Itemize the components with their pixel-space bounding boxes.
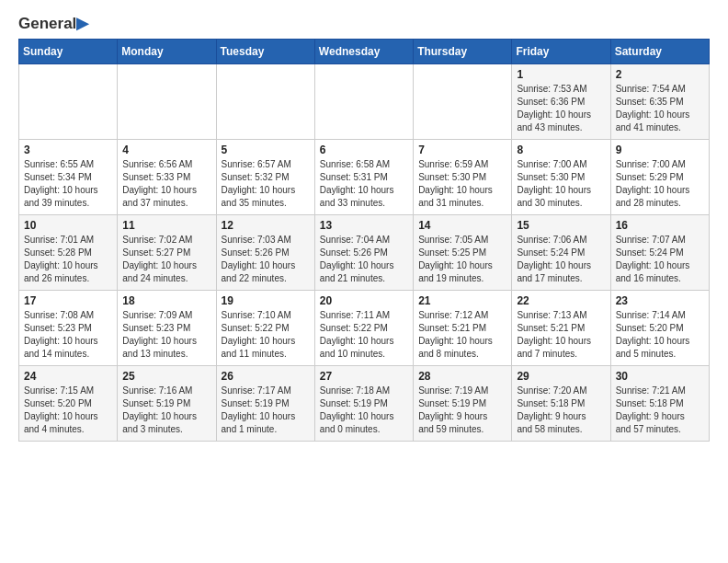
weekday-header: Monday	[118, 39, 216, 63]
day-number: 25	[122, 370, 210, 383]
day-number: 13	[320, 219, 408, 232]
logo-text: General▶	[18, 15, 88, 33]
day-number: 27	[320, 370, 408, 383]
day-number: 21	[418, 294, 506, 307]
day-info: Sunrise: 7:13 AM Sunset: 5:21 PM Dayligh…	[517, 309, 605, 361]
calendar-cell: 22Sunrise: 7:13 AM Sunset: 5:21 PM Dayli…	[512, 290, 610, 365]
day-number: 16	[616, 219, 704, 232]
calendar-cell: 23Sunrise: 7:14 AM Sunset: 5:20 PM Dayli…	[610, 290, 709, 365]
day-number: 15	[517, 219, 605, 232]
calendar-cell: 16Sunrise: 7:07 AM Sunset: 5:24 PM Dayli…	[610, 214, 709, 290]
day-info: Sunrise: 7:12 AM Sunset: 5:21 PM Dayligh…	[418, 309, 506, 361]
calendar-cell: 9Sunrise: 7:00 AM Sunset: 5:29 PM Daylig…	[610, 139, 709, 214]
day-info: Sunrise: 7:21 AM Sunset: 5:18 PM Dayligh…	[616, 385, 704, 436]
day-info: Sunrise: 7:07 AM Sunset: 5:24 PM Dayligh…	[616, 234, 704, 285]
calendar-cell: 8Sunrise: 7:00 AM Sunset: 5:30 PM Daylig…	[512, 139, 610, 214]
calendar-cell: 30Sunrise: 7:21 AM Sunset: 5:18 PM Dayli…	[610, 365, 709, 441]
calendar-cell: 4Sunrise: 6:56 AM Sunset: 5:33 PM Daylig…	[118, 139, 216, 214]
calendar-cell: 2Sunrise: 7:54 AM Sunset: 6:35 PM Daylig…	[610, 63, 709, 139]
calendar-cell: 11Sunrise: 7:02 AM Sunset: 5:27 PM Dayli…	[118, 214, 216, 290]
day-info: Sunrise: 6:55 AM Sunset: 5:34 PM Dayligh…	[24, 158, 112, 210]
day-info: Sunrise: 7:17 AM Sunset: 5:19 PM Dayligh…	[222, 385, 310, 436]
day-info: Sunrise: 7:02 AM Sunset: 5:27 PM Dayligh…	[122, 234, 210, 285]
calendar-cell: 29Sunrise: 7:20 AM Sunset: 5:18 PM Dayli…	[512, 365, 610, 441]
calendar-cell	[118, 63, 216, 139]
day-number: 10	[24, 219, 112, 232]
weekday-header: Thursday	[414, 39, 512, 63]
calendar-cell: 25Sunrise: 7:16 AM Sunset: 5:19 PM Dayli…	[118, 365, 216, 441]
calendar-cell	[414, 63, 512, 139]
day-info: Sunrise: 7:00 AM Sunset: 5:29 PM Dayligh…	[616, 158, 704, 210]
day-info: Sunrise: 7:03 AM Sunset: 5:26 PM Dayligh…	[222, 234, 310, 285]
day-info: Sunrise: 7:04 AM Sunset: 5:26 PM Dayligh…	[320, 234, 408, 285]
day-number: 2	[616, 68, 704, 81]
calendar-cell: 15Sunrise: 7:06 AM Sunset: 5:24 PM Dayli…	[512, 214, 610, 290]
day-number: 11	[122, 219, 210, 232]
day-info: Sunrise: 7:16 AM Sunset: 5:19 PM Dayligh…	[122, 385, 210, 436]
day-info: Sunrise: 6:56 AM Sunset: 5:33 PM Dayligh…	[122, 158, 210, 210]
calendar-cell: 6Sunrise: 6:58 AM Sunset: 5:31 PM Daylig…	[314, 139, 413, 214]
day-number: 1	[517, 68, 605, 81]
day-number: 29	[517, 370, 605, 383]
weekday-header: Tuesday	[216, 39, 314, 63]
calendar-cell: 14Sunrise: 7:05 AM Sunset: 5:25 PM Dayli…	[414, 214, 512, 290]
day-number: 9	[616, 144, 704, 156]
day-number: 18	[122, 294, 210, 307]
day-number: 22	[517, 294, 605, 307]
calendar-cell: 24Sunrise: 7:15 AM Sunset: 5:20 PM Dayli…	[19, 365, 118, 441]
calendar-cell: 1Sunrise: 7:53 AM Sunset: 6:36 PM Daylig…	[512, 63, 610, 139]
day-number: 4	[122, 144, 210, 156]
day-number: 20	[320, 294, 408, 307]
day-info: Sunrise: 7:11 AM Sunset: 5:22 PM Dayligh…	[320, 309, 408, 361]
day-info: Sunrise: 7:53 AM Sunset: 6:36 PM Dayligh…	[517, 83, 605, 134]
calendar-cell: 17Sunrise: 7:08 AM Sunset: 5:23 PM Dayli…	[19, 290, 118, 365]
calendar-table: SundayMondayTuesdayWednesdayThursdayFrid…	[18, 39, 710, 442]
day-info: Sunrise: 6:57 AM Sunset: 5:32 PM Dayligh…	[222, 158, 310, 210]
day-info: Sunrise: 6:58 AM Sunset: 5:31 PM Dayligh…	[320, 158, 408, 210]
weekday-header: Wednesday	[314, 39, 413, 63]
day-info: Sunrise: 7:09 AM Sunset: 5:23 PM Dayligh…	[122, 309, 210, 361]
calendar-cell: 20Sunrise: 7:11 AM Sunset: 5:22 PM Dayli…	[314, 290, 413, 365]
calendar-cell	[216, 63, 314, 139]
day-info: Sunrise: 7:14 AM Sunset: 5:20 PM Dayligh…	[616, 309, 704, 361]
day-number: 30	[616, 370, 704, 383]
calendar-cell: 19Sunrise: 7:10 AM Sunset: 5:22 PM Dayli…	[216, 290, 314, 365]
calendar-cell: 7Sunrise: 6:59 AM Sunset: 5:30 PM Daylig…	[414, 139, 512, 214]
day-number: 14	[418, 219, 506, 232]
day-number: 8	[517, 144, 605, 156]
calendar-cell: 5Sunrise: 6:57 AM Sunset: 5:32 PM Daylig…	[216, 139, 314, 214]
weekday-header: Saturday	[610, 39, 709, 63]
calendar-cell: 27Sunrise: 7:18 AM Sunset: 5:19 PM Dayli…	[314, 365, 413, 441]
day-number: 17	[24, 294, 112, 307]
day-info: Sunrise: 7:20 AM Sunset: 5:18 PM Dayligh…	[517, 385, 605, 436]
calendar-cell	[19, 63, 118, 139]
calendar-cell: 12Sunrise: 7:03 AM Sunset: 5:26 PM Dayli…	[216, 214, 314, 290]
header: General▶	[18, 15, 710, 31]
calendar-cell: 26Sunrise: 7:17 AM Sunset: 5:19 PM Dayli…	[216, 365, 314, 441]
calendar-cell: 10Sunrise: 7:01 AM Sunset: 5:28 PM Dayli…	[19, 214, 118, 290]
weekday-header: Sunday	[19, 39, 118, 63]
day-number: 19	[222, 294, 310, 307]
day-info: Sunrise: 7:08 AM Sunset: 5:23 PM Dayligh…	[24, 309, 112, 361]
day-info: Sunrise: 6:59 AM Sunset: 5:30 PM Dayligh…	[418, 158, 506, 210]
weekday-header: Friday	[512, 39, 610, 63]
day-info: Sunrise: 7:06 AM Sunset: 5:24 PM Dayligh…	[517, 234, 605, 285]
day-info: Sunrise: 7:00 AM Sunset: 5:30 PM Dayligh…	[517, 158, 605, 210]
day-info: Sunrise: 7:05 AM Sunset: 5:25 PM Dayligh…	[418, 234, 506, 285]
day-info: Sunrise: 7:15 AM Sunset: 5:20 PM Dayligh…	[24, 385, 112, 436]
calendar-cell: 28Sunrise: 7:19 AM Sunset: 5:19 PM Dayli…	[414, 365, 512, 441]
day-info: Sunrise: 7:01 AM Sunset: 5:28 PM Dayligh…	[24, 234, 112, 285]
day-number: 7	[418, 144, 506, 156]
day-number: 28	[418, 370, 506, 383]
day-info: Sunrise: 7:10 AM Sunset: 5:22 PM Dayligh…	[222, 309, 310, 361]
day-number: 23	[616, 294, 704, 307]
day-number: 5	[222, 144, 310, 156]
day-number: 26	[222, 370, 310, 383]
calendar-cell: 18Sunrise: 7:09 AM Sunset: 5:23 PM Dayli…	[118, 290, 216, 365]
day-number: 3	[24, 144, 112, 156]
day-number: 12	[222, 219, 310, 232]
calendar-cell: 3Sunrise: 6:55 AM Sunset: 5:34 PM Daylig…	[19, 139, 118, 214]
logo: General▶	[18, 15, 88, 31]
calendar-cell: 13Sunrise: 7:04 AM Sunset: 5:26 PM Dayli…	[314, 214, 413, 290]
day-info: Sunrise: 7:18 AM Sunset: 5:19 PM Dayligh…	[320, 385, 408, 436]
